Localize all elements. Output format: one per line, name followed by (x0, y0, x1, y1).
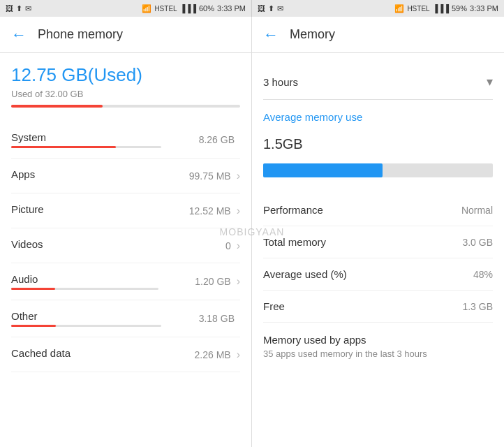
videos-value: 0 (225, 240, 231, 251)
system-bar-fill (11, 146, 116, 148)
dropdown-arrow-icon: ▾ (487, 74, 493, 89)
memory-used-by-apps-section[interactable]: Memory used by apps 35 apps used memory … (263, 323, 493, 370)
avg-memory-section: Average memory use 1.5GB (263, 100, 493, 194)
clock-label: 3:33 PM (217, 4, 246, 13)
r-clock-label: 3:33 PM (470, 4, 498, 13)
performance-value: Normal (461, 205, 493, 216)
performance-label: Performance (263, 204, 323, 216)
r-signal-bars-icon: ▐▐▐ (433, 4, 449, 13)
memory-row-other: Other 3.18 GB (11, 300, 240, 337)
used-of-label: Used of 32.00 GB (11, 89, 240, 99)
r-message-icon: ✉ (277, 4, 283, 13)
cached-label: Cached data (11, 347, 195, 359)
wifi-icon: 📶 (142, 4, 151, 13)
time-period-label: 3 hours (263, 76, 298, 88)
r-notification-icon: 🖼 (258, 4, 265, 13)
left-header: ← Phone memory (0, 17, 251, 53)
videos-chevron-icon: › (237, 240, 240, 252)
avg-memory-label: Average memory use (263, 111, 493, 123)
free-value: 1.3 GB (462, 301, 493, 312)
audio-chevron-icon: › (237, 275, 240, 288)
audio-label: Audio (11, 273, 195, 285)
memory-row-audio[interactable]: Audio 1.20 GB › (11, 263, 240, 300)
phone-memory-panel: ← Phone memory 12.75 GB(Used) Used of 32… (0, 17, 252, 447)
total-memory-label: Total memory (263, 236, 326, 248)
avg-number: 1.5 (263, 136, 283, 152)
r-wifi-icon: 📶 (394, 4, 404, 13)
left-back-button[interactable]: ← (11, 26, 27, 44)
system-label: System (11, 131, 199, 143)
picture-value: 12.52 MB (189, 205, 231, 217)
memory-row-apps[interactable]: Apps 99.75 MB › (11, 159, 240, 193)
avg-memory-bar (263, 163, 493, 177)
message-icon: ✉ (25, 4, 31, 13)
network-label: HSTEL (154, 5, 177, 13)
used-memory-value: 12.75 GB(Used) (11, 64, 240, 86)
left-panel-content: 12.75 GB(Used) Used of 32.00 GB System 8… (0, 53, 251, 447)
avg-unit: GB (283, 136, 303, 152)
memory-panel: ← Memory 3 hours ▾ Average memory use 1.… (252, 17, 504, 447)
right-panel-content: 3 hours ▾ Average memory use 1.5GB Perfo… (252, 53, 504, 447)
info-row-avg-used: Average used (%) 48% (263, 258, 493, 291)
avg-memory-bar-fill (263, 163, 383, 177)
time-period-selector[interactable]: 3 hours ▾ (263, 64, 493, 100)
total-memory-value: 3.0 GB (462, 237, 493, 248)
r-network-label: HSTEL (407, 5, 429, 13)
apps-chevron-icon: › (237, 170, 240, 182)
other-bar (11, 325, 161, 327)
cached-value: 2.26 MB (195, 349, 231, 360)
right-panel-left-icons: 🖼 ⬆ ✉ (258, 4, 283, 13)
total-bar (11, 105, 240, 108)
r-battery-label: 59% (452, 4, 467, 13)
memory-row-cached[interactable]: Cached data 2.26 MB › (11, 337, 240, 372)
r-sync-icon: ⬆ (268, 4, 274, 13)
right-title: Memory (290, 27, 335, 42)
right-back-button[interactable]: ← (263, 26, 279, 44)
total-bar-fill (11, 105, 103, 108)
system-bar (11, 146, 161, 148)
apps-label: Apps (11, 168, 189, 180)
left-title: Phone memory (38, 27, 123, 42)
info-row-free: Free 1.3 GB (263, 291, 493, 323)
avg-used-label: Average used (%) (263, 268, 347, 280)
audio-bar (11, 288, 158, 290)
memory-row-system: System 8.26 GB (11, 122, 240, 159)
left-status-icons: 🖼 ⬆ ✉ (6, 4, 31, 13)
avg-used-value: 48% (473, 269, 493, 280)
videos-label: Videos (11, 238, 225, 250)
signal-bars-icon: ▐▐▐ (180, 4, 196, 13)
system-value: 8.26 GB (199, 134, 235, 145)
info-row-performance: Performance Normal (263, 194, 493, 226)
other-bar-fill (11, 325, 56, 327)
apps-value: 99.75 MB (189, 170, 231, 182)
right-status-icons: 📶 HSTEL ▐▐▐ 60% 3:33 PM (142, 4, 246, 13)
memory-row-videos[interactable]: Videos 0 › (11, 228, 240, 263)
apps-section-title: Memory used by apps (263, 334, 493, 346)
sync-icon: ⬆ (16, 4, 22, 13)
picture-label: Picture (11, 203, 189, 215)
other-label: Other (11, 310, 199, 322)
cached-chevron-icon: › (237, 349, 240, 361)
audio-bar-fill (11, 288, 55, 290)
picture-chevron-icon: › (237, 205, 240, 217)
memory-row-picture[interactable]: Picture 12.52 MB › (11, 193, 240, 228)
notification-icon: 🖼 (6, 4, 13, 13)
free-label: Free (263, 300, 285, 312)
audio-value: 1.20 GB (195, 276, 230, 287)
info-row-total: Total memory 3.0 GB (263, 226, 493, 258)
other-value: 3.18 GB (199, 313, 235, 324)
right-header: ← Memory (252, 17, 504, 53)
right-panel-right-icons: 📶 HSTEL ▐▐▐ 59% 3:33 PM (394, 4, 498, 13)
battery-label: 60% (199, 4, 214, 13)
apps-section-subtitle: 35 apps used memory in the last 3 hours (263, 349, 493, 359)
avg-memory-value: 1.5GB (263, 126, 493, 155)
